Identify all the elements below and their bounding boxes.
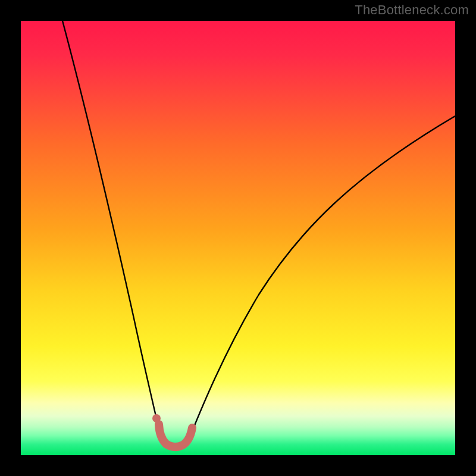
chart-frame: TheBottleneck.com (0, 0, 476, 476)
plot-area (21, 21, 455, 455)
optimum-marker (159, 424, 192, 447)
optimum-marker-dot (152, 414, 161, 422)
curve-left-branch (62, 21, 162, 439)
watermark-text: TheBottleneck.com (355, 2, 469, 18)
bottleneck-curve (21, 21, 455, 455)
curve-right-branch (189, 116, 455, 439)
